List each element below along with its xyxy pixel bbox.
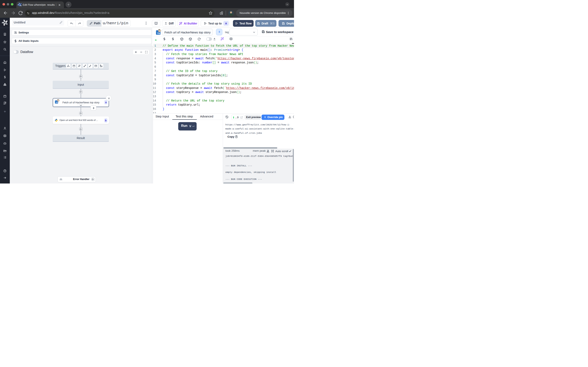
svg-text:TS: TS xyxy=(56,101,58,103)
svg-text:TS: TS xyxy=(157,32,160,35)
